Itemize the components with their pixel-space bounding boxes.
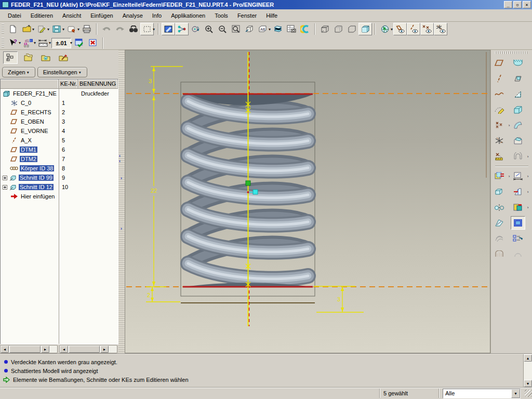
resize-grip[interactable]: [525, 390, 532, 397]
saved-views-button[interactable]: AB: [256, 23, 270, 35]
datum-plane-tool-button[interactable]: [492, 56, 507, 70]
draft-tool-button[interactable]: [492, 216, 507, 230]
menu-datei[interactable]: Datei: [3, 11, 26, 20]
chevron-down-icon[interactable]: ▾: [49, 41, 51, 45]
zeigen-button[interactable]: Zeigen▾: [2, 67, 35, 77]
hidden-line-button[interactable]: [331, 23, 345, 35]
view-manager-button[interactable]: [285, 23, 298, 35]
copy-geometry-button[interactable]: ›: [492, 169, 507, 183]
datum-axes-toggle[interactable]: [407, 23, 420, 35]
open-file-button[interactable]: [20, 23, 33, 35]
menu-hilfe[interactable]: Hilfe: [261, 11, 282, 20]
expand-right-icon[interactable]: ›: [121, 227, 122, 231]
extrude-solid-button[interactable]: [511, 103, 525, 116]
mirror-tool-button[interactable]: [492, 201, 507, 214]
collapse-left-icon[interactable]: ‹: [119, 154, 121, 158]
chevron-down-icon[interactable]: ▾: [77, 27, 79, 32]
spin-center-button[interactable]: [175, 23, 189, 35]
toolbar-grip[interactable]: [495, 51, 528, 54]
menu-editieren[interactable]: Editieren: [26, 11, 58, 20]
csys-toggle[interactable]: [434, 23, 447, 35]
selection-filter-combo[interactable]: Alle ▾: [443, 389, 521, 398]
scroll-right-icon[interactable]: ▸: [100, 345, 109, 353]
chevron-down-icon[interactable]: ▾: [34, 41, 36, 45]
save-button[interactable]: [50, 23, 63, 35]
colors-appearance-button[interactable]: [298, 23, 312, 35]
tree-pane-divider[interactable]: [59, 89, 60, 344]
redo-button[interactable]: [113, 23, 127, 35]
merge-tool-button[interactable]: ›: [511, 201, 525, 214]
smart-select-button[interactable]: ?: [6, 37, 20, 49]
chevron-down-icon[interactable]: ▾: [32, 27, 34, 32]
edit-file-button[interactable]: [35, 23, 48, 35]
scroll-thumb[interactable]: [69, 345, 100, 353]
shell-tool-button[interactable]: ›: [511, 150, 525, 163]
chevron-down-icon[interactable]: ▾: [62, 27, 64, 32]
scroll-right-icon[interactable]: ▸: [41, 345, 49, 353]
menu-fenster[interactable]: Fenster: [233, 11, 261, 20]
message-scrollbar[interactable]: ▴ ▾: [523, 354, 532, 387]
repaint-button[interactable]: [162, 23, 175, 35]
analysis-tool-button[interactable]: [492, 150, 507, 163]
scroll-down-icon[interactable]: ▾: [524, 380, 532, 387]
extrude-tool-button[interactable]: [511, 56, 525, 70]
done-button[interactable]: [73, 37, 86, 49]
menu-analyse[interactable]: Analyse: [118, 11, 148, 20]
datum-planes-toggle[interactable]: [393, 23, 407, 35]
save-copy-button[interactable]: [65, 23, 78, 35]
chevron-down-icon[interactable]: ▾: [391, 27, 393, 32]
orient-mode-button[interactable]: [243, 23, 256, 35]
restore-button[interactable]: ▫: [513, 1, 522, 8]
tab-folder-browser[interactable]: [21, 51, 35, 64]
search-button[interactable]: [127, 23, 140, 35]
revolve-tool-button[interactable]: [511, 72, 525, 85]
minimize-button[interactable]: _: [504, 1, 512, 8]
scroll-up-icon[interactable]: ▴: [524, 354, 532, 362]
reorient-button[interactable]: [189, 23, 202, 35]
toolbar-grip[interactable]: [2, 38, 4, 48]
tree-hscrollbar[interactable]: ◂ ▸: [0, 345, 58, 353]
print-button[interactable]: [80, 23, 94, 35]
cancel-button[interactable]: [86, 37, 100, 49]
flyout-arrow-icon[interactable]: ›: [527, 174, 529, 179]
chevron-down-icon[interactable]: ▾: [70, 41, 72, 45]
shaded-button[interactable]: [358, 23, 372, 35]
flyout-arrow-icon[interactable]: ›: [509, 174, 510, 179]
rib-tool-button[interactable]: [511, 87, 525, 101]
chevron-down-icon[interactable]: ▾: [153, 27, 155, 32]
menu-tools[interactable]: Tools: [210, 11, 233, 20]
einstellungen-button[interactable]: Einstellungen▾: [37, 67, 87, 77]
csys-tool-button[interactable]: [492, 134, 507, 148]
surface-tool-button[interactable]: [492, 232, 507, 245]
datum-point-tool-button[interactable]: ›: [492, 118, 507, 132]
datum-axis-tool-button[interactable]: [492, 72, 507, 85]
tab-connections[interactable]: [56, 51, 71, 64]
dimension-edit-button[interactable]: d10.0i: [21, 37, 35, 49]
refit-button[interactable]: [229, 23, 243, 35]
toolbar-grip[interactable]: [2, 24, 4, 34]
boundary-blend-button[interactable]: [492, 247, 507, 261]
tolerance-button[interactable]: ±.01: [51, 38, 71, 48]
zoom-in-button[interactable]: [202, 23, 216, 35]
column-header-tree[interactable]: [1, 79, 59, 88]
regenerate-list-button[interactable]: [511, 232, 525, 245]
menu-info[interactable]: Info: [148, 11, 166, 20]
collapse-left-icon[interactable]: ‹: [119, 159, 121, 163]
flyout-arrow-icon[interactable]: ›: [527, 205, 529, 210]
menu-einfuegen[interactable]: Einfügen: [86, 11, 117, 20]
trim-tool-button[interactable]: ›: [511, 185, 525, 198]
flyout-arrow-icon[interactable]: ›: [527, 154, 529, 159]
new-file-button[interactable]: [6, 23, 20, 35]
drag-handle[interactable]: [253, 190, 258, 194]
layers-button[interactable]: [271, 23, 285, 35]
columns-hscrollbar[interactable]: ◂ ▸: [59, 345, 117, 353]
chamfer-tool-button[interactable]: [511, 134, 525, 148]
chevron-down-icon[interactable]: ▾: [269, 27, 271, 32]
measure-button[interactable]: [36, 37, 50, 49]
column-header-benennung[interactable]: BENENNUNG: [78, 79, 118, 88]
scroll-thumb[interactable]: [9, 345, 41, 353]
tab-model-tree[interactable]: [3, 51, 18, 64]
flyout-arrow-icon[interactable]: ›: [527, 190, 529, 194]
tab-favorites[interactable]: [38, 51, 53, 64]
datum-points-toggle[interactable]: [420, 23, 434, 35]
